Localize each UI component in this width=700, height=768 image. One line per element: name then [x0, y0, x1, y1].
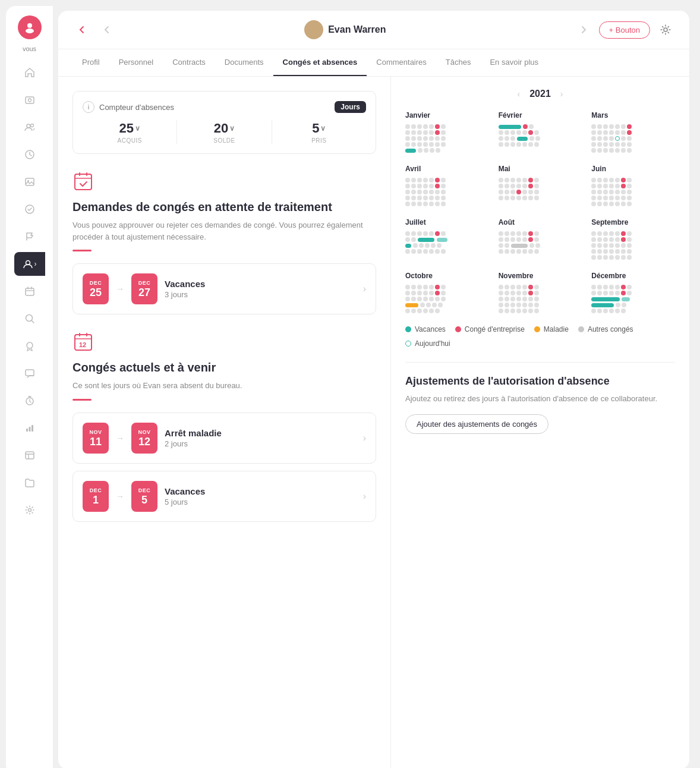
- chat-icon[interactable]: [18, 361, 42, 385]
- leave1-end: DEC 5: [131, 481, 157, 512]
- leave1-chevron: ›: [363, 491, 366, 502]
- pending-divider: [72, 250, 92, 251]
- leave-card-1[interactable]: DEC 1 → DEC 5 Vacances 5 jours ›: [72, 471, 376, 522]
- month-mars: Mars: [591, 111, 675, 153]
- next-user-button[interactable]: [575, 21, 592, 38]
- leave0-start: NOV 11: [83, 423, 109, 454]
- cal-next-button[interactable]: ›: [560, 89, 563, 99]
- card-chevron-right: ›: [363, 284, 366, 294]
- legend-label-autres: Autres congés: [588, 325, 633, 333]
- settings-icon[interactable]: [18, 498, 42, 522]
- month-name-2: Mars: [591, 111, 675, 119]
- month-name-9: Octobre: [405, 272, 489, 280]
- info-icon[interactable]: i: [83, 101, 94, 113]
- pending-section: Demandes de congés en attente de traitem…: [72, 171, 376, 314]
- pending-leave-card[interactable]: DEC 25 → DEC 27 Vacances 3 jours ›: [72, 263, 376, 314]
- sidebar-user-avatar[interactable]: [18, 15, 42, 39]
- date-arrow-icon: →: [116, 284, 124, 294]
- legend-dot-teal: [405, 326, 411, 332]
- prev-user-button[interactable]: [99, 21, 115, 38]
- counter-title: Compteur d'absences: [99, 103, 174, 112]
- leave0-chevron: ›: [363, 433, 366, 443]
- leave0-end: NOV 12: [131, 423, 157, 454]
- user-active-icon[interactable]: ›: [14, 252, 45, 276]
- counter-badge[interactable]: Jours: [335, 101, 366, 113]
- tab-contracts[interactable]: Contracts: [163, 49, 215, 76]
- current-desc: Ce sont les jours où Evan sera absent du…: [72, 380, 376, 392]
- month-aout: Août: [499, 218, 582, 260]
- adjustment-button[interactable]: Ajouter des ajustements de congés: [405, 414, 548, 434]
- svg-rect-11: [26, 288, 34, 295]
- tab-documents[interactable]: Documents: [215, 49, 273, 76]
- calendar-icon[interactable]: [18, 279, 42, 303]
- counter-values: 25 ∨ ACQUIS 20 ∨ SOLDE: [83, 120, 366, 144]
- svg-point-5: [30, 124, 33, 127]
- tab-profil[interactable]: Profil: [72, 49, 109, 76]
- svg-rect-14: [26, 370, 34, 376]
- adjustment-title: Ajustements de l'autorisation d'absence: [405, 374, 675, 388]
- user-avatar: [304, 20, 323, 39]
- svg-point-21: [311, 24, 317, 30]
- svg-point-12: [26, 315, 32, 322]
- acquis-chevron[interactable]: ∨: [135, 124, 140, 133]
- pris-value: 5: [312, 121, 319, 136]
- table-icon[interactable]: [18, 443, 42, 467]
- flag-icon[interactable]: [18, 225, 42, 248]
- tab-commentaires[interactable]: Commentaires: [367, 49, 436, 76]
- calendar-grid: Janvier: [405, 111, 675, 313]
- solde-chevron[interactable]: ∨: [229, 124, 235, 133]
- back-button[interactable]: [72, 20, 92, 39]
- leave-card-0[interactable]: NOV 11 → NOV 12 Arrêt maladie 2 jours ›: [72, 413, 376, 464]
- month-juillet: Juillet: [405, 218, 489, 260]
- month-name-1: Février: [499, 111, 582, 119]
- sidebar-user-label: vous: [23, 45, 36, 52]
- timer-icon[interactable]: [18, 389, 42, 413]
- month-name-8: Septembre: [591, 218, 675, 226]
- clock-icon[interactable]: [18, 143, 42, 166]
- gear-button[interactable]: [656, 20, 675, 39]
- legend-dot-red: [455, 326, 461, 332]
- svg-rect-24: [75, 174, 92, 190]
- svg-rect-17: [29, 427, 30, 432]
- tab-conges[interactable]: Congés et absences: [273, 49, 367, 76]
- current-title: Congés actuels et à venir: [72, 360, 376, 375]
- pris-label: PRIS: [272, 137, 366, 144]
- svg-point-4: [27, 124, 30, 128]
- home-icon[interactable]: [18, 61, 42, 84]
- leave1-start-month: DEC: [90, 487, 102, 493]
- leave0-end-day: 12: [138, 436, 150, 447]
- user-info: Evan Warren: [122, 20, 568, 39]
- pris-chevron[interactable]: ∨: [320, 124, 326, 133]
- add-button[interactable]: + Bouton: [599, 21, 650, 39]
- counter-acquis: 25 ∨ ACQUIS: [83, 121, 176, 144]
- month-name-5: Juin: [591, 165, 675, 173]
- month-novembre: Novembre: [499, 272, 582, 313]
- user-name: Evan Warren: [328, 24, 386, 35]
- solde-value: 20: [214, 121, 228, 136]
- svg-point-22: [308, 32, 319, 37]
- legend-dot-orange: [534, 326, 540, 332]
- people-icon[interactable]: [18, 115, 42, 139]
- tab-en-savoir[interactable]: En savoir plus: [480, 49, 548, 76]
- current-icon: 12: [72, 331, 94, 352]
- leave1-start: DEC 1: [83, 481, 109, 512]
- tab-personnel[interactable]: Personnel: [109, 49, 163, 76]
- check-icon[interactable]: [18, 197, 42, 221]
- cal-year: 2021: [529, 89, 551, 99]
- adjustment-desc: Ajoutez ou retirez des jours à l'autoris…: [405, 393, 675, 405]
- calendar-legend: Vacances Congé d'entreprise Maladie Autr…: [405, 325, 675, 348]
- svg-point-23: [664, 28, 667, 32]
- folder-icon[interactable]: [18, 471, 42, 495]
- image-icon[interactable]: [18, 170, 42, 194]
- chart-icon[interactable]: [18, 416, 42, 440]
- leave1-arrow: →: [116, 492, 124, 501]
- legend-label-vacances: Vacances: [415, 325, 446, 333]
- legend-label-today: Aujourd'hui: [415, 339, 450, 348]
- tab-taches[interactable]: Tâches: [436, 49, 481, 76]
- month-juin: Juin: [591, 165, 675, 206]
- photo-icon[interactable]: [18, 88, 42, 112]
- search-icon[interactable]: [18, 307, 42, 331]
- pending-icon: [72, 171, 94, 192]
- cal-prev-button[interactable]: ‹: [518, 89, 521, 99]
- award-icon[interactable]: [18, 334, 42, 358]
